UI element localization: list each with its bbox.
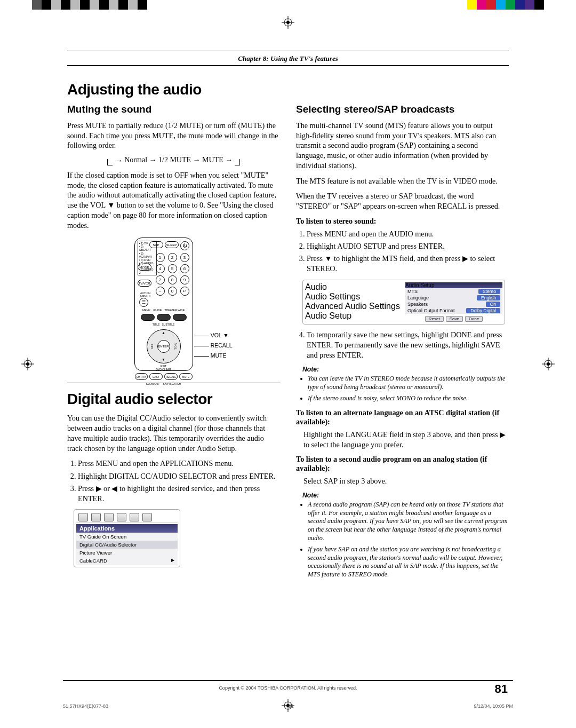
kv-key: Optical Output Format: [407, 308, 455, 313]
digital-audio-selector-title: Digital audio selector: [67, 391, 280, 408]
note-item: A second audio program (SAP) can be hear…: [308, 501, 509, 542]
stereo-step-2: Highlight AUDIO SETUP and press ENTER.: [307, 241, 509, 251]
imposition-metadata: 51,57HX94(E)077-83 81 9/12/04, 10:05 PM: [63, 703, 513, 709]
note-item: If you have SAP on and the station you a…: [308, 545, 509, 579]
kv-key: Language: [407, 295, 429, 300]
sap-heading: Selecting stereo/SAP broadcasts: [296, 104, 509, 115]
dpad: ENTER ▲ ▼ CH VOL: [147, 329, 181, 363]
app-item-selected: Digital CC/Audio Selector: [76, 541, 178, 549]
audio-setup-title: Audio Setup: [405, 282, 502, 288]
note-label: Note:: [302, 366, 509, 373]
kv-value: On: [486, 302, 500, 307]
kv-value: Stereo: [478, 289, 500, 294]
stereo-steps: Press MENU and open the AUDIO menu. High…: [307, 229, 509, 274]
printer-registration-bars: [0, 0, 576, 18]
action-menu-button: ☰: [139, 298, 148, 307]
reset-button: Reset: [425, 316, 444, 322]
note-item: If the stereo sound is noisy, select MON…: [308, 394, 509, 403]
stereo-instructions-head: To listen to stereo sound:: [296, 217, 509, 226]
stereo-notes: You can leave the TV in STEREO mode beca…: [308, 375, 509, 403]
recall-label: RECALL: [211, 342, 233, 349]
muting-paragraph-1: Press MUTE to partially reduce (1/2 MUTE…: [67, 121, 280, 151]
menu-tab-icon: [130, 513, 139, 521]
page-number: 81: [495, 682, 508, 696]
menu-tab-icon: [142, 513, 152, 521]
audio-item-selected: Audio Setup: [305, 311, 402, 321]
sap-button: SAP: [149, 241, 163, 248]
sap-p3: When the TV receives a stereo or SAP bro…: [296, 191, 509, 211]
enter-button: ENTER: [157, 340, 170, 353]
app-item: Picture Viewer: [76, 549, 178, 557]
left-column: Muting the sound Press MUTE to partially…: [67, 104, 280, 584]
done-button: Done: [465, 316, 483, 322]
das-step-1: Press MENU and open the APPLICATIONS men…: [78, 458, 280, 469]
audio-item: Advanced Audio Settings: [305, 302, 402, 311]
svg-point-11: [547, 362, 550, 366]
menu-tab-icon: [117, 513, 126, 521]
stereo-step-4: To temporarily save the new settings, hi…: [307, 330, 509, 361]
doc-id: 51,57HX94(E)077-83: [63, 703, 108, 709]
stereo-step-3: Press ▼ to highlight the MTS field, and …: [307, 254, 509, 274]
muting-heading: Muting the sound: [67, 104, 280, 115]
stereo-step-1: Press MENU and open the AUDIO menu.: [307, 229, 509, 239]
kv-value: English: [477, 295, 500, 300]
applications-title: Applications: [76, 524, 178, 533]
stereo-step-4-list: To temporarily save the new settings, hi…: [307, 330, 509, 361]
tvvcr-button: TV/VCR: [138, 280, 151, 287]
das-step-2: Highlight DIGITAL CC/AUDIO SELECTOR and …: [78, 471, 280, 481]
sleep-button: SLEEP: [165, 241, 179, 248]
svg-point-3: [286, 21, 290, 24]
note-item: You can leave the TV in STEREO mode beca…: [308, 375, 509, 391]
mode-button: MODE: [138, 264, 151, 271]
sap-p1: The multi-channel TV sound (MTS) feature…: [296, 121, 509, 171]
build-timestamp: 9/12/04, 10:05 PM: [474, 703, 513, 709]
sap-notes: A second audio program (SAP) can be hear…: [308, 501, 509, 579]
registration-mark-icon: [282, 16, 294, 29]
das-step-3: Press ▶ or ◀ to highlight the desired se…: [78, 484, 280, 504]
analog-head: To listen to a second audio program on a…: [296, 455, 509, 473]
kv-key: MTS: [407, 289, 418, 294]
atsc-head: To listen to an alternate language on an…: [296, 408, 509, 426]
right-column: Selecting stereo/SAP broadcasts The mult…: [296, 104, 509, 584]
mute-mode-chain: → Normal → 1/2 MUTE → MUTE →: [67, 156, 280, 165]
copyright: Copyright © 2004 TOSHIBA CORPORATION. Al…: [63, 685, 513, 691]
das-paragraph: You can use the Digital CC/Audio selecto…: [67, 413, 280, 453]
atsc-body: Highlight the LANGUAGE field in step 3 a…: [303, 430, 509, 449]
section-title: Adjusting the audio: [67, 81, 509, 98]
note-label: Note:: [302, 492, 509, 499]
app-item: TV Guide On Screen: [76, 533, 178, 541]
menu-tab-icon: [78, 513, 88, 521]
remote-callouts: VOL ▼ RECALL MUTE: [194, 330, 233, 361]
vol-down-label: VOL ▼: [211, 332, 229, 338]
kv-value: Dolby Digital: [466, 308, 500, 313]
page-content: Chapter 8: Using the TV's features Adjus…: [63, 51, 513, 691]
page-footer: Copyright © 2004 TOSHIBA CORPORATION. Al…: [63, 680, 513, 691]
registration-mark-icon: [542, 358, 555, 370]
sheet-number: 81: [289, 703, 294, 709]
das-steps: Press MENU and open the APPLICATIONS men…: [78, 458, 280, 504]
action-menu-label: ACTION MENU II: [138, 291, 154, 298]
mute-chain-text: Normal → 1/2 MUTE → MUTE →: [124, 156, 233, 164]
audio-setup-screenshot: Audio Audio Settings Advanced Audio Sett…: [302, 280, 505, 325]
applications-menu-screenshot: Applications TV Guide On Screen Digital …: [74, 509, 180, 567]
save-button: Save: [446, 316, 463, 322]
audio-panel-title: Audio: [305, 282, 402, 292]
kv-key: Speakers: [407, 302, 428, 307]
menu-tab-icon: [104, 513, 114, 521]
mute-label: MUTE: [211, 352, 227, 359]
app-item: CableCARD▶: [76, 557, 178, 565]
muting-paragraph-2: If the closed caption mode is set to OFF…: [67, 170, 280, 230]
svg-point-7: [26, 362, 29, 366]
menu-tab-icon: [91, 513, 101, 521]
audio-item: Audio Settings: [305, 292, 402, 302]
chapter-header: Chapter 8: Using the TV's features: [67, 54, 509, 63]
analog-body: Select SAP in step 3 above.: [303, 476, 509, 486]
power-icon: ⏻: [180, 241, 189, 250]
sap-p2: The MTS feature is not available when th…: [296, 176, 509, 186]
remote-control-illustration: • 1) TV• 2) CBL/SAT• 3) VCR/PVR• 4) DVD•…: [115, 235, 233, 374]
registration-mark-icon: [21, 358, 34, 370]
